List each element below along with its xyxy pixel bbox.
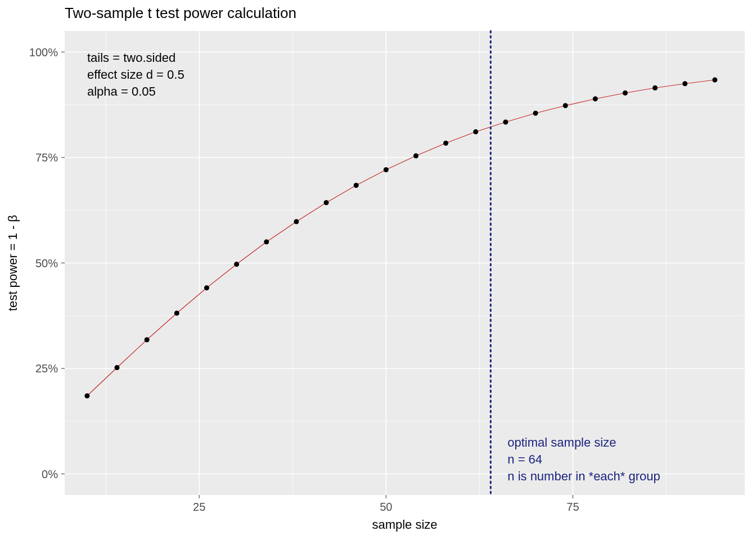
x-axis-ticks <box>199 495 573 498</box>
svg-point-19 <box>174 310 179 316</box>
chart-title: Two-sample t test power calculation <box>65 4 296 21</box>
svg-point-23 <box>294 219 299 224</box>
svg-text:25%: 25% <box>35 362 58 375</box>
y-axis-tick-labels: 0%25%50%75%100% <box>29 46 58 480</box>
svg-text:50%: 50% <box>35 257 58 269</box>
annotation-alpha: alpha = 0.05 <box>87 84 156 98</box>
svg-point-32 <box>563 103 568 108</box>
x-axis-tick-labels: 255075 <box>193 501 579 513</box>
svg-point-27 <box>413 154 418 159</box>
svg-text:75: 75 <box>566 501 579 513</box>
y-axis-label: test power = 1 - β <box>6 215 20 311</box>
svg-text:75%: 75% <box>35 151 58 164</box>
svg-point-24 <box>324 200 329 205</box>
svg-text:25: 25 <box>193 501 205 513</box>
svg-text:0%: 0% <box>42 468 58 480</box>
annotation-effect-size: effect size d = 0.5 <box>87 68 184 82</box>
annotation-optimal-title: optimal sample size <box>507 435 616 449</box>
annotation-optimal-n: n = 64 <box>507 452 542 466</box>
svg-point-17 <box>115 365 120 370</box>
svg-point-37 <box>712 78 717 83</box>
svg-point-20 <box>204 285 209 290</box>
svg-point-35 <box>652 86 658 91</box>
x-axis-label: sample size <box>372 518 437 532</box>
svg-point-22 <box>264 240 269 245</box>
svg-point-26 <box>384 167 389 172</box>
svg-point-21 <box>234 262 239 267</box>
svg-point-18 <box>145 338 150 343</box>
svg-point-25 <box>354 183 359 188</box>
svg-point-34 <box>623 91 628 96</box>
annotation-optimal-note: n is number in *each* group <box>507 469 660 483</box>
chart-svg: 255075 0%25%50%75%100% Two-sample t test… <box>0 0 756 540</box>
annotation-tails: tails = two.sided <box>87 51 176 65</box>
chart-container: 255075 0%25%50%75%100% Two-sample t test… <box>0 0 756 540</box>
svg-point-33 <box>593 96 598 101</box>
svg-point-29 <box>473 129 478 134</box>
svg-text:50: 50 <box>380 501 392 513</box>
svg-point-30 <box>503 120 508 125</box>
svg-point-36 <box>682 81 687 86</box>
y-axis-ticks <box>61 52 65 474</box>
svg-point-16 <box>84 393 89 398</box>
svg-point-31 <box>533 111 538 116</box>
svg-point-28 <box>443 141 448 146</box>
svg-text:100%: 100% <box>29 46 58 58</box>
